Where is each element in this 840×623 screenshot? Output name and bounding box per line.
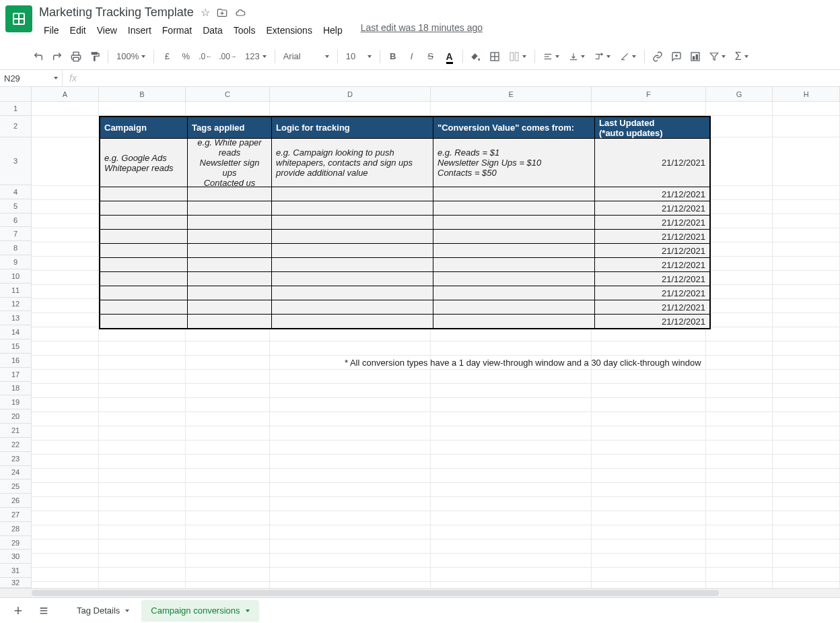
- menu-tools[interactable]: Tools: [229, 22, 260, 38]
- name-box[interactable]: N29: [0, 70, 63, 86]
- table-cell[interactable]: 21/12/2021: [595, 201, 709, 215]
- table-cell[interactable]: 21/12/2021: [595, 257, 709, 271]
- all-sheets-button[interactable]: ≡: [34, 601, 54, 621]
- currency-pound-icon[interactable]: £: [158, 47, 176, 66]
- table-cell[interactable]: [272, 187, 433, 201]
- table-cell[interactable]: [433, 187, 595, 201]
- row-header-14[interactable]: 14: [0, 325, 32, 339]
- row-header-20[interactable]: 20: [0, 409, 32, 424]
- row-header-18[interactable]: 18: [0, 382, 32, 396]
- undo-icon[interactable]: [30, 47, 47, 66]
- row-header-7[interactable]: 7: [0, 227, 32, 241]
- font-dropdown[interactable]: Arial: [279, 47, 333, 66]
- table-cell[interactable]: [433, 300, 595, 314]
- col-header-B[interactable]: B: [99, 87, 186, 101]
- table-cell[interactable]: [188, 314, 272, 328]
- table-cell[interactable]: [100, 257, 188, 271]
- table-cell[interactable]: [188, 271, 272, 286]
- row-header-4[interactable]: 4: [0, 185, 32, 199]
- table-cell[interactable]: [272, 243, 433, 257]
- row-header-12[interactable]: 12: [0, 298, 32, 312]
- sheet-tab[interactable]: Tag Details: [67, 600, 139, 622]
- menu-file[interactable]: File: [39, 22, 64, 38]
- table-cell[interactable]: [272, 201, 433, 215]
- table-cell[interactable]: [272, 271, 433, 286]
- table-cell[interactable]: [272, 215, 433, 229]
- row-header-10[interactable]: 10: [0, 269, 32, 284]
- table-cell[interactable]: [272, 300, 433, 314]
- link-icon[interactable]: [649, 47, 666, 66]
- table-cell[interactable]: [188, 286, 272, 300]
- horizontal-scrollbar[interactable]: [0, 588, 840, 597]
- formula-bar[interactable]: [83, 70, 840, 86]
- last-edit-link[interactable]: Last edit was 18 minutes ago: [361, 22, 483, 38]
- table-cell[interactable]: e.g. White paper reads Newsletter sign u…: [188, 138, 272, 187]
- row-header-5[interactable]: 5: [0, 199, 32, 214]
- menu-data[interactable]: Data: [198, 22, 228, 38]
- col-header-D[interactable]: D: [270, 87, 431, 101]
- table-cell[interactable]: [272, 257, 433, 271]
- row-header-9[interactable]: 9: [0, 255, 32, 269]
- table-cell[interactable]: 21/12/2021: [595, 271, 709, 286]
- row-header-21[interactable]: 21: [0, 424, 32, 438]
- table-cell[interactable]: e.g. Google Ads Whitepaper reads: [100, 138, 188, 187]
- table-cell[interactable]: 21/12/2021: [595, 300, 709, 314]
- table-cell[interactable]: 21/12/2021: [595, 286, 709, 300]
- row-header-2[interactable]: 2: [0, 116, 32, 137]
- table-cell[interactable]: [433, 271, 595, 286]
- table-cell[interactable]: [100, 300, 188, 314]
- table-cell[interactable]: [272, 314, 433, 328]
- column-headers[interactable]: ABCDEFGH: [0, 87, 840, 102]
- row-header-15[interactable]: 15: [0, 339, 32, 354]
- menu-extensions[interactable]: Extensions: [261, 22, 316, 38]
- rotate-dropdown[interactable]: [616, 47, 640, 66]
- row-header-11[interactable]: 11: [0, 284, 32, 298]
- table-cell[interactable]: [100, 286, 188, 300]
- table-cell[interactable]: [433, 314, 595, 328]
- table-cell[interactable]: [272, 229, 433, 243]
- italic-icon[interactable]: I: [403, 47, 421, 66]
- paint-format-icon[interactable]: [86, 47, 104, 66]
- fill-color-icon[interactable]: [467, 47, 485, 66]
- menu-format[interactable]: Format: [158, 22, 197, 38]
- table-cell[interactable]: e.g. Reads = $1 Newsletter Sign Ups = $1…: [433, 138, 595, 187]
- merge-cells-dropdown[interactable]: [505, 47, 530, 66]
- wrap-dropdown[interactable]: [590, 47, 615, 66]
- table-cell[interactable]: [188, 201, 272, 215]
- halign-dropdown[interactable]: [539, 47, 563, 66]
- table-cell[interactable]: [188, 187, 272, 201]
- row-headers[interactable]: 1234567891011121314151617181920212223242…: [0, 102, 32, 588]
- row-header-26[interactable]: 26: [0, 494, 32, 508]
- grid-cells[interactable]: CampaignTags appliedLogic for tracking"C…: [32, 102, 840, 588]
- menu-edit[interactable]: Edit: [65, 22, 91, 38]
- table-cell[interactable]: [100, 201, 188, 215]
- percent-icon[interactable]: %: [177, 47, 195, 66]
- table-cell[interactable]: e.g. Campaign looking to push whitepaper…: [272, 138, 433, 187]
- row-header-1[interactable]: 1: [0, 102, 32, 116]
- fontsize-dropdown[interactable]: 10: [342, 47, 376, 66]
- table-cell[interactable]: [100, 187, 188, 201]
- redo-icon[interactable]: [48, 47, 66, 66]
- col-header-C[interactable]: C: [186, 87, 270, 101]
- doc-title[interactable]: Marketing Tracking Template: [39, 5, 194, 20]
- row-header-19[interactable]: 19: [0, 395, 32, 409]
- row-header-31[interactable]: 31: [0, 564, 32, 578]
- text-color-icon[interactable]: A: [441, 47, 458, 66]
- table-cell[interactable]: 21/12/2021: [595, 138, 709, 187]
- row-header-28[interactable]: 28: [0, 522, 32, 536]
- inc-decimal-icon[interactable]: .00→: [216, 47, 240, 66]
- row-header-16[interactable]: 16: [0, 354, 32, 368]
- sheet-tab[interactable]: Campaign conversions: [141, 600, 258, 622]
- row-header-32[interactable]: 32: [0, 578, 32, 588]
- table-cell[interactable]: [433, 215, 595, 229]
- row-header-29[interactable]: 29: [0, 536, 32, 550]
- zoom-dropdown[interactable]: 100%: [112, 47, 149, 66]
- row-header-17[interactable]: 17: [0, 368, 32, 382]
- row-header-27[interactable]: 27: [0, 508, 32, 522]
- table-cell[interactable]: 21/12/2021: [595, 215, 709, 229]
- print-icon[interactable]: [67, 47, 85, 66]
- dec-decimal-icon[interactable]: .0←: [196, 47, 215, 66]
- col-header-H[interactable]: H: [773, 87, 840, 101]
- select-all-corner[interactable]: [0, 87, 32, 101]
- table-cell[interactable]: [100, 229, 188, 243]
